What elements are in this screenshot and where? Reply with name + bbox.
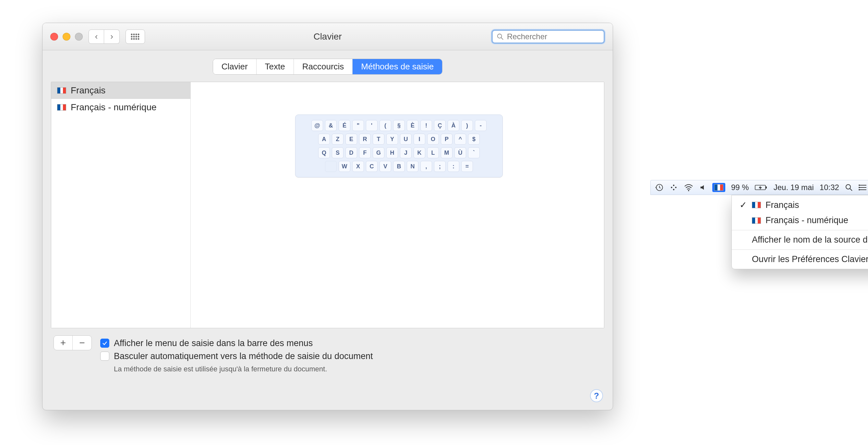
footer-row: + − Afficher le menu de saisie dans la b… <box>51 328 604 378</box>
help-row: ? <box>42 387 613 410</box>
keyboard-key: V <box>379 161 391 172</box>
keyboard-key: ' <box>366 120 378 131</box>
keyboard-key: @ <box>311 120 323 131</box>
keyboard-key: ` <box>468 147 480 158</box>
svg-rect-21 <box>766 187 767 188</box>
option-auto-switch-label: Basculer automatiquement vers la méthode… <box>114 350 373 362</box>
svg-point-10 <box>135 38 137 39</box>
keyboard-key: § <box>393 120 405 131</box>
keyboard-key: È <box>407 120 418 131</box>
keyboard-key: Z <box>332 134 343 145</box>
keyboard-key: T <box>373 134 384 145</box>
airdrop-icon[interactable] <box>670 183 678 192</box>
keyboard-key: À <box>447 120 459 131</box>
option-auto-switch[interactable]: Basculer automatiquement vers la méthode… <box>100 350 602 362</box>
svg-point-18 <box>673 189 674 190</box>
svg-point-16 <box>675 187 676 188</box>
search-field[interactable] <box>491 30 605 44</box>
battery-percent: 99 % <box>731 183 749 192</box>
svg-point-5 <box>133 36 135 37</box>
add-remove-segmented: + − <box>54 336 92 350</box>
option-auto-switch-sub-label: La méthode de saisie est utilisée jusqu'… <box>100 362 327 376</box>
keyboard-row: WXCVBN,;:= <box>301 161 497 172</box>
svg-point-2 <box>135 33 137 35</box>
option-auto-switch-sub: La méthode de saisie est utilisée jusqu'… <box>100 362 602 376</box>
menubar-date[interactable]: Jeu. 19 mai <box>774 183 814 192</box>
forward-button[interactable]: › <box>104 30 120 44</box>
add-input-source-button[interactable]: + <box>54 336 73 350</box>
dropdown-item-label: Français <box>766 200 799 210</box>
search-input[interactable] <box>507 32 600 41</box>
dropdown-action-label: Afficher le nom de la source de saisie <box>752 235 868 245</box>
time-machine-icon[interactable] <box>655 183 664 192</box>
dropdown-action-item[interactable]: Afficher le nom de la source de saisie <box>732 232 868 248</box>
keyboard-row: @&É"'(§È!ÇÀ)- <box>301 120 497 131</box>
keyboard-key: X <box>352 161 364 172</box>
help-button[interactable]: ? <box>590 389 603 402</box>
spotlight-icon[interactable] <box>845 184 853 191</box>
tab-texte[interactable]: Texte <box>256 59 294 74</box>
svg-line-23 <box>850 188 852 191</box>
svg-point-15 <box>671 187 672 188</box>
svg-point-11 <box>138 38 140 39</box>
battery-icon[interactable] <box>755 184 768 191</box>
keyboard-key: J <box>400 147 412 158</box>
france-flag-icon <box>57 104 66 110</box>
keyboard-key: N <box>407 161 418 172</box>
input-source-menubar-item[interactable] <box>712 183 725 192</box>
keyboard-key: O <box>427 134 439 145</box>
titlebar: ‹ › Clavier <box>42 23 613 50</box>
notification-center-icon[interactable] <box>859 184 867 191</box>
svg-point-22 <box>846 185 850 189</box>
keyboard-preview: @&É"'(§È!ÇÀ)-AZERTYUIOP^$QSDFGHJKLMÙ`WXC… <box>194 82 604 328</box>
svg-point-6 <box>135 36 137 37</box>
option-show-input-menu[interactable]: Afficher le menu de saisie dans la barre… <box>100 337 602 350</box>
input-sources-panel: FrançaisFrançais - numérique @&É"'(§È!ÇÀ… <box>51 82 604 328</box>
menubar: 99 % Jeu. 19 mai 10:32 <box>650 180 868 195</box>
menubar-time[interactable]: 10:32 <box>820 183 839 192</box>
grid-icon <box>130 33 140 40</box>
remove-input-source-button[interactable]: − <box>73 336 91 350</box>
keyboard-key: ( <box>379 120 391 131</box>
tab-raccourcis[interactable]: Raccourcis <box>294 59 353 74</box>
svg-point-29 <box>859 189 860 190</box>
keyboard-key: C <box>366 161 378 172</box>
nav-buttons: ‹ › <box>89 30 120 44</box>
keyboard-key: É <box>339 120 350 131</box>
keyboard-key: Ç <box>434 120 446 131</box>
input-source-item[interactable]: Français - numérique <box>51 99 190 116</box>
input-sources-list: FrançaisFrançais - numérique <box>51 82 191 328</box>
keyboard-key: I <box>413 134 425 145</box>
volume-icon[interactable] <box>699 184 707 191</box>
dropdown-input-source-item[interactable]: ✓Français <box>732 197 868 213</box>
back-button[interactable]: ‹ <box>89 30 104 44</box>
dropdown-separator <box>732 249 868 250</box>
svg-point-0 <box>131 33 133 35</box>
options: Afficher le menu de saisie dans la barre… <box>100 336 602 376</box>
minimize-window-button[interactable] <box>63 33 70 40</box>
svg-point-17 <box>673 185 674 186</box>
keyboard-key: D <box>345 147 357 158</box>
keyboard-key: ! <box>421 120 432 131</box>
tab-m-thodes-de-saisie[interactable]: Méthodes de saisie <box>352 59 442 74</box>
checkbox-show-input-menu[interactable] <box>100 339 109 348</box>
keyboard-row: QSDFGHJKLMÙ` <box>301 147 497 158</box>
keyboard-key: ) <box>461 120 473 131</box>
keyboard-key: E <box>345 134 357 145</box>
svg-point-27 <box>859 185 860 186</box>
tab-clavier[interactable]: Clavier <box>213 59 256 74</box>
zoom-window-button[interactable] <box>75 33 83 40</box>
close-window-button[interactable] <box>50 33 58 40</box>
keyboard-key: M <box>441 147 453 158</box>
keyboard-key: : <box>447 161 459 172</box>
dropdown-action-item[interactable]: Ouvrir les Préférences Clavier… <box>732 252 868 267</box>
input-source-item[interactable]: Français <box>51 82 190 99</box>
input-source-dropdown: ✓FrançaisFrançais - numériqueAfficher le… <box>732 195 868 269</box>
checkbox-auto-switch[interactable] <box>100 352 109 361</box>
wifi-icon[interactable] <box>684 184 693 191</box>
keyboard-key: " <box>352 120 364 131</box>
dropdown-input-source-item[interactable]: Français - numérique <box>732 213 868 228</box>
france-flag-icon <box>752 217 761 224</box>
keyboard-key: S <box>332 147 343 158</box>
show-all-button[interactable] <box>126 30 145 44</box>
